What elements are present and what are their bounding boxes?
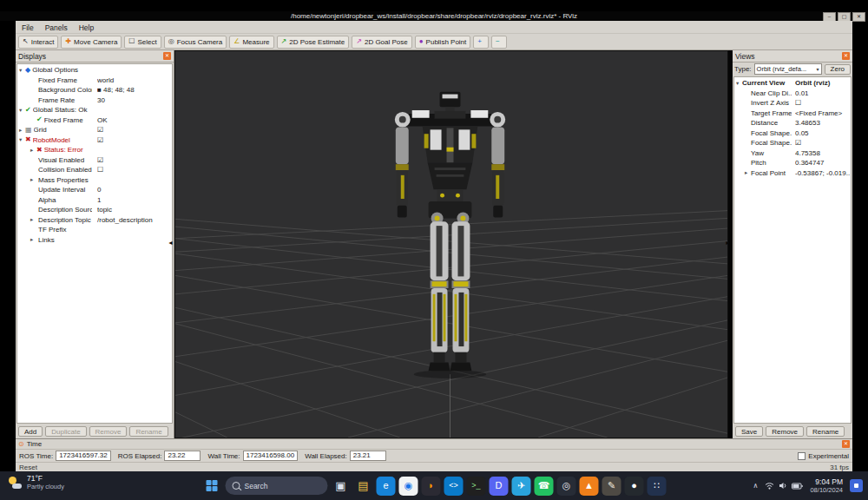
discord-icon[interactable]: D [490, 477, 509, 496]
expander-icon[interactable]: ▸ [30, 236, 36, 243]
select-tool-button[interactable]: ☐ Select [124, 36, 161, 49]
tree-row-value[interactable]: 0.05 [795, 128, 850, 139]
tree-row[interactable]: ▾ Current View Orbit (rviz) [734, 78, 851, 89]
close-panel-icon[interactable]: ✕ [842, 52, 850, 60]
tree-row[interactable]: Background Color ■ 48; 48; 48 [17, 85, 172, 95]
obs-studio-icon[interactable]: ◎ [557, 477, 576, 496]
tray-status-icons[interactable] [765, 482, 803, 490]
tree-row[interactable]: ▸ Description Topic /robot_description [17, 215, 172, 226]
tree-row[interactable]: Fixed Frame world [17, 76, 172, 86]
expander-icon[interactable]: ▸ [19, 127, 25, 134]
tree-row[interactable]: ▸ ▦ Grid ☑ [17, 125, 172, 135]
tree-row-value[interactable]: 3.48653 [795, 118, 850, 128]
tree-row-value[interactable]: world [97, 76, 171, 86]
expander-icon[interactable]: ▸ [30, 176, 36, 183]
tree-row-value[interactable]: ☑ [97, 135, 171, 146]
close-button[interactable]: ✕ [852, 12, 865, 22]
add-tool-button[interactable]: + [473, 36, 489, 49]
tree-row-value[interactable]: OK [97, 115, 171, 126]
expander-icon[interactable]: ▸ [30, 216, 36, 223]
tree-row-value[interactable]: ☐ [795, 98, 850, 109]
tree-row[interactable]: Alpha 1 [17, 195, 172, 206]
task-view-icon[interactable]: ▣ [332, 477, 351, 496]
displays-panel-header[interactable]: Displays ✕ [16, 50, 174, 62]
tree-row[interactable]: Description Source topic [17, 205, 172, 215]
vscode-icon[interactable]: <> [444, 477, 464, 496]
tree-row-value[interactable]: 0.01 [795, 89, 850, 99]
rename-display-button[interactable]: Rename [129, 426, 168, 437]
panels-menu[interactable]: Panels [45, 23, 68, 32]
file-menu[interactable]: File [22, 23, 34, 32]
tree-row[interactable]: Visual Enabled ☑ [17, 155, 172, 166]
tree-row[interactable]: ▾ ✔ Global Status: Ok [17, 105, 172, 115]
tree-row[interactable]: Collision Enabled ☐ [17, 165, 172, 175]
expander-icon[interactable]: ▸ [745, 169, 751, 176]
weather-widget[interactable]: 71°F Partly cloudy [9, 475, 64, 490]
tree-row[interactable]: Invert Z Axis ☐ [734, 98, 851, 109]
tree-row[interactable]: ▾ ✖ RobotModel ☑ [17, 135, 172, 146]
tree-row-value[interactable]: Orbit (rviz) [795, 78, 850, 89]
rename-view-button[interactable]: Rename [806, 426, 845, 437]
tree-row[interactable]: ▾ ◆ Global Options [17, 65, 172, 76]
time-field-value[interactable]: 1723416597.32 [56, 451, 111, 461]
file-explorer-icon[interactable]: ▤ [354, 477, 373, 496]
focus-camera-tool-button[interactable]: ◎ Focus Camera [164, 36, 227, 49]
clock-widget[interactable]: 9:04 PM 08/10/2024 [810, 477, 843, 494]
expander-icon[interactable]: ▸ [30, 147, 36, 154]
tree-row[interactable]: Focal Shape... ☑ [734, 138, 851, 148]
tree-row[interactable]: Update Interval 0 [17, 185, 172, 195]
view-type-select[interactable]: Orbit (rviz_defa... ▾ [754, 63, 822, 75]
ros-icon[interactable]: ∷ [648, 477, 667, 496]
tree-row-value[interactable]: 4.75358 [795, 148, 850, 159]
time-panel-header[interactable]: ⊙ Time ✕ [16, 439, 852, 450]
tree-row-value[interactable]: 0 [97, 185, 171, 195]
collapse-right-panel-icon[interactable]: ► [725, 240, 731, 246]
remove-view-button[interactable]: Remove [766, 426, 804, 437]
time-field-value[interactable]: 23.21 [350, 451, 386, 461]
remove-tool-button[interactable]: − [491, 36, 507, 49]
tree-row[interactable]: Target Frame <Fixed Frame> [734, 109, 851, 119]
experimental-checkbox[interactable] [798, 452, 806, 460]
tree-row[interactable]: Distance 3.48653 [734, 118, 851, 128]
zero-view-button[interactable]: Zero [825, 64, 851, 75]
whatsapp-icon[interactable]: ☎ [535, 477, 554, 496]
duplicate-display-button[interactable]: Duplicate [45, 426, 86, 437]
tree-row[interactable]: Frame Rate 30 [17, 95, 172, 106]
experimental-toggle[interactable]: Experimental [798, 452, 849, 460]
tree-row[interactable]: TF Prefix [17, 225, 172, 235]
github-desktop-icon[interactable]: ● [625, 477, 644, 496]
time-field-value[interactable]: 23.22 [164, 451, 201, 461]
tree-row[interactable]: Near Clip Di... 0.01 [734, 89, 851, 99]
tree-row[interactable]: Pitch 0.364747 [734, 158, 851, 168]
move-camera-tool-button[interactable]: ✚ Move Camera [61, 36, 122, 49]
expander-icon[interactable]: ▾ [19, 67, 25, 74]
tree-row-value[interactable]: 30 [97, 95, 171, 106]
measure-tool-button[interactable]: ∠ Measure [229, 36, 273, 49]
tree-row-value[interactable]: 0.364747 [795, 158, 850, 168]
tree-row[interactable]: Focal Shape... 0.05 [734, 128, 851, 139]
start-button[interactable] [202, 476, 222, 496]
save-view-button[interactable]: Save [735, 426, 763, 437]
tree-row-value[interactable]: ☐ [97, 165, 171, 175]
collapse-left-panel-icon[interactable]: ◄ [168, 240, 174, 246]
expander-icon[interactable]: ▾ [19, 136, 25, 143]
close-panel-icon[interactable]: ✕ [163, 52, 171, 60]
chrome-browser-icon[interactable]: ◉ [399, 477, 418, 496]
telegram-icon[interactable]: ✈ [512, 477, 531, 496]
reset-button[interactable]: Reset [19, 464, 37, 471]
edge-browser-icon[interactable]: e [377, 477, 396, 496]
tree-row-value[interactable]: topic [97, 205, 171, 215]
views-panel-header[interactable]: Views ✕ [733, 50, 852, 62]
gimp-icon[interactable]: ✎ [602, 477, 621, 496]
tray-expand-icon[interactable]: ∧ [753, 482, 759, 490]
tree-row[interactable]: ▸ Mass Properties [17, 175, 172, 186]
tree-row-value[interactable]: -0.53867; -0.019... [795, 168, 850, 179]
add-display-button[interactable]: Add [18, 426, 43, 437]
notifications-icon[interactable] [850, 479, 863, 492]
firefox-browser-icon[interactable]: ◗ [422, 477, 441, 496]
tree-row[interactable]: ▸ ✖ Status: Error [17, 145, 172, 155]
tree-row[interactable]: Yaw 4.75358 [734, 148, 851, 159]
search-box[interactable]: Search [226, 477, 328, 495]
interact-tool-button[interactable]: ↖ Interact [18, 36, 58, 49]
expander-icon[interactable]: ▾ [736, 80, 742, 87]
